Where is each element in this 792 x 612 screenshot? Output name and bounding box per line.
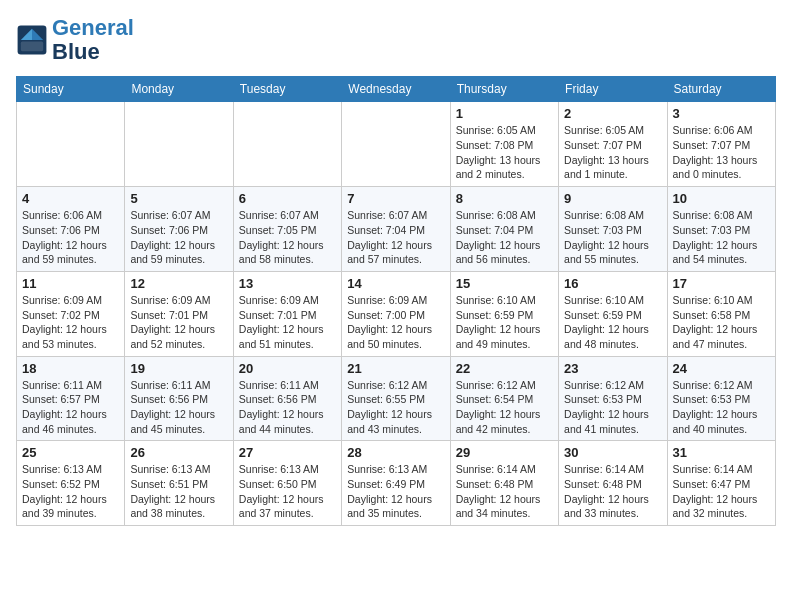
day-info: Sunrise: 6:08 AM Sunset: 7:03 PM Dayligh… bbox=[673, 208, 770, 267]
day-info: Sunrise: 6:14 AM Sunset: 6:48 PM Dayligh… bbox=[564, 462, 661, 521]
day-cell: 6Sunrise: 6:07 AM Sunset: 7:05 PM Daylig… bbox=[233, 187, 341, 272]
week-row-4: 18Sunrise: 6:11 AM Sunset: 6:57 PM Dayli… bbox=[17, 356, 776, 441]
day-number: 1 bbox=[456, 106, 553, 121]
col-header-thursday: Thursday bbox=[450, 77, 558, 102]
page-header: GeneralBlue bbox=[16, 16, 776, 64]
day-number: 27 bbox=[239, 445, 336, 460]
day-cell bbox=[17, 102, 125, 187]
day-number: 28 bbox=[347, 445, 444, 460]
day-cell: 18Sunrise: 6:11 AM Sunset: 6:57 PM Dayli… bbox=[17, 356, 125, 441]
header-row: SundayMondayTuesdayWednesdayThursdayFrid… bbox=[17, 77, 776, 102]
day-cell bbox=[342, 102, 450, 187]
day-number: 18 bbox=[22, 361, 119, 376]
day-info: Sunrise: 6:12 AM Sunset: 6:54 PM Dayligh… bbox=[456, 378, 553, 437]
day-info: Sunrise: 6:09 AM Sunset: 7:02 PM Dayligh… bbox=[22, 293, 119, 352]
col-header-tuesday: Tuesday bbox=[233, 77, 341, 102]
day-number: 23 bbox=[564, 361, 661, 376]
day-info: Sunrise: 6:13 AM Sunset: 6:49 PM Dayligh… bbox=[347, 462, 444, 521]
day-cell: 14Sunrise: 6:09 AM Sunset: 7:00 PM Dayli… bbox=[342, 271, 450, 356]
day-number: 9 bbox=[564, 191, 661, 206]
day-cell: 27Sunrise: 6:13 AM Sunset: 6:50 PM Dayli… bbox=[233, 441, 341, 526]
day-number: 10 bbox=[673, 191, 770, 206]
week-row-5: 25Sunrise: 6:13 AM Sunset: 6:52 PM Dayli… bbox=[17, 441, 776, 526]
day-cell: 19Sunrise: 6:11 AM Sunset: 6:56 PM Dayli… bbox=[125, 356, 233, 441]
day-cell: 5Sunrise: 6:07 AM Sunset: 7:06 PM Daylig… bbox=[125, 187, 233, 272]
logo-icon bbox=[16, 24, 48, 56]
week-row-3: 11Sunrise: 6:09 AM Sunset: 7:02 PM Dayli… bbox=[17, 271, 776, 356]
day-number: 13 bbox=[239, 276, 336, 291]
day-cell: 28Sunrise: 6:13 AM Sunset: 6:49 PM Dayli… bbox=[342, 441, 450, 526]
day-info: Sunrise: 6:07 AM Sunset: 7:06 PM Dayligh… bbox=[130, 208, 227, 267]
day-info: Sunrise: 6:11 AM Sunset: 6:56 PM Dayligh… bbox=[239, 378, 336, 437]
logo-text: GeneralBlue bbox=[52, 16, 134, 64]
day-number: 24 bbox=[673, 361, 770, 376]
day-cell: 31Sunrise: 6:14 AM Sunset: 6:47 PM Dayli… bbox=[667, 441, 775, 526]
day-info: Sunrise: 6:10 AM Sunset: 6:59 PM Dayligh… bbox=[456, 293, 553, 352]
day-cell bbox=[233, 102, 341, 187]
day-cell: 4Sunrise: 6:06 AM Sunset: 7:06 PM Daylig… bbox=[17, 187, 125, 272]
col-header-wednesday: Wednesday bbox=[342, 77, 450, 102]
day-number: 31 bbox=[673, 445, 770, 460]
day-number: 8 bbox=[456, 191, 553, 206]
day-number: 19 bbox=[130, 361, 227, 376]
day-info: Sunrise: 6:05 AM Sunset: 7:08 PM Dayligh… bbox=[456, 123, 553, 182]
col-header-friday: Friday bbox=[559, 77, 667, 102]
day-cell: 20Sunrise: 6:11 AM Sunset: 6:56 PM Dayli… bbox=[233, 356, 341, 441]
day-cell: 3Sunrise: 6:06 AM Sunset: 7:07 PM Daylig… bbox=[667, 102, 775, 187]
day-info: Sunrise: 6:10 AM Sunset: 6:58 PM Dayligh… bbox=[673, 293, 770, 352]
day-number: 2 bbox=[564, 106, 661, 121]
day-info: Sunrise: 6:07 AM Sunset: 7:04 PM Dayligh… bbox=[347, 208, 444, 267]
day-cell: 26Sunrise: 6:13 AM Sunset: 6:51 PM Dayli… bbox=[125, 441, 233, 526]
day-cell: 30Sunrise: 6:14 AM Sunset: 6:48 PM Dayli… bbox=[559, 441, 667, 526]
day-cell: 2Sunrise: 6:05 AM Sunset: 7:07 PM Daylig… bbox=[559, 102, 667, 187]
col-header-saturday: Saturday bbox=[667, 77, 775, 102]
day-number: 3 bbox=[673, 106, 770, 121]
day-info: Sunrise: 6:14 AM Sunset: 6:47 PM Dayligh… bbox=[673, 462, 770, 521]
col-header-monday: Monday bbox=[125, 77, 233, 102]
day-number: 7 bbox=[347, 191, 444, 206]
day-info: Sunrise: 6:05 AM Sunset: 7:07 PM Dayligh… bbox=[564, 123, 661, 182]
day-info: Sunrise: 6:14 AM Sunset: 6:48 PM Dayligh… bbox=[456, 462, 553, 521]
col-header-sunday: Sunday bbox=[17, 77, 125, 102]
day-number: 25 bbox=[22, 445, 119, 460]
day-info: Sunrise: 6:11 AM Sunset: 6:57 PM Dayligh… bbox=[22, 378, 119, 437]
day-number: 22 bbox=[456, 361, 553, 376]
day-number: 6 bbox=[239, 191, 336, 206]
day-info: Sunrise: 6:10 AM Sunset: 6:59 PM Dayligh… bbox=[564, 293, 661, 352]
day-cell bbox=[125, 102, 233, 187]
day-info: Sunrise: 6:13 AM Sunset: 6:52 PM Dayligh… bbox=[22, 462, 119, 521]
svg-rect-3 bbox=[21, 42, 43, 52]
day-cell: 16Sunrise: 6:10 AM Sunset: 6:59 PM Dayli… bbox=[559, 271, 667, 356]
day-cell: 23Sunrise: 6:12 AM Sunset: 6:53 PM Dayli… bbox=[559, 356, 667, 441]
day-cell: 11Sunrise: 6:09 AM Sunset: 7:02 PM Dayli… bbox=[17, 271, 125, 356]
day-info: Sunrise: 6:11 AM Sunset: 6:56 PM Dayligh… bbox=[130, 378, 227, 437]
day-info: Sunrise: 6:12 AM Sunset: 6:55 PM Dayligh… bbox=[347, 378, 444, 437]
day-number: 16 bbox=[564, 276, 661, 291]
day-cell: 22Sunrise: 6:12 AM Sunset: 6:54 PM Dayli… bbox=[450, 356, 558, 441]
day-info: Sunrise: 6:08 AM Sunset: 7:03 PM Dayligh… bbox=[564, 208, 661, 267]
day-info: Sunrise: 6:06 AM Sunset: 7:07 PM Dayligh… bbox=[673, 123, 770, 182]
day-number: 17 bbox=[673, 276, 770, 291]
day-info: Sunrise: 6:06 AM Sunset: 7:06 PM Dayligh… bbox=[22, 208, 119, 267]
logo: GeneralBlue bbox=[16, 16, 134, 64]
day-number: 5 bbox=[130, 191, 227, 206]
day-cell: 21Sunrise: 6:12 AM Sunset: 6:55 PM Dayli… bbox=[342, 356, 450, 441]
day-info: Sunrise: 6:09 AM Sunset: 7:01 PM Dayligh… bbox=[239, 293, 336, 352]
day-number: 29 bbox=[456, 445, 553, 460]
day-cell: 7Sunrise: 6:07 AM Sunset: 7:04 PM Daylig… bbox=[342, 187, 450, 272]
week-row-1: 1Sunrise: 6:05 AM Sunset: 7:08 PM Daylig… bbox=[17, 102, 776, 187]
day-cell: 10Sunrise: 6:08 AM Sunset: 7:03 PM Dayli… bbox=[667, 187, 775, 272]
day-number: 21 bbox=[347, 361, 444, 376]
day-number: 15 bbox=[456, 276, 553, 291]
day-number: 14 bbox=[347, 276, 444, 291]
day-cell: 17Sunrise: 6:10 AM Sunset: 6:58 PM Dayli… bbox=[667, 271, 775, 356]
day-cell: 25Sunrise: 6:13 AM Sunset: 6:52 PM Dayli… bbox=[17, 441, 125, 526]
day-cell: 15Sunrise: 6:10 AM Sunset: 6:59 PM Dayli… bbox=[450, 271, 558, 356]
day-info: Sunrise: 6:09 AM Sunset: 7:01 PM Dayligh… bbox=[130, 293, 227, 352]
day-info: Sunrise: 6:12 AM Sunset: 6:53 PM Dayligh… bbox=[564, 378, 661, 437]
day-cell: 1Sunrise: 6:05 AM Sunset: 7:08 PM Daylig… bbox=[450, 102, 558, 187]
day-number: 12 bbox=[130, 276, 227, 291]
day-info: Sunrise: 6:13 AM Sunset: 6:50 PM Dayligh… bbox=[239, 462, 336, 521]
day-info: Sunrise: 6:12 AM Sunset: 6:53 PM Dayligh… bbox=[673, 378, 770, 437]
day-number: 30 bbox=[564, 445, 661, 460]
